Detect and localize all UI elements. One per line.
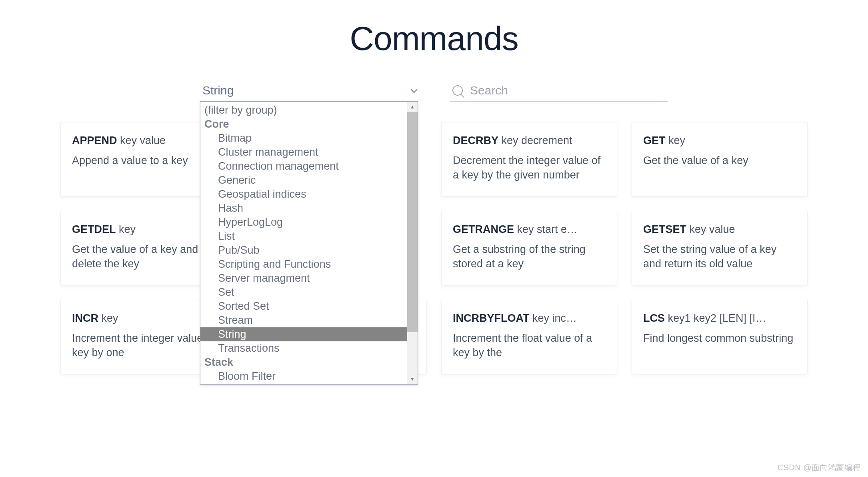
filter-option[interactable]: Bloom Filter [200, 369, 407, 383]
scroll-track[interactable] [407, 332, 418, 374]
filter-option[interactable]: Sorted Set [200, 299, 407, 313]
command-card[interactable]: DECRBY key decrementDecrement the intege… [441, 122, 617, 196]
filter-option[interactable]: String [200, 327, 407, 341]
command-name: DECRBY [453, 134, 498, 146]
filter-option[interactable]: Pub/Sub [200, 243, 407, 257]
command-title: GETSET key value [643, 223, 796, 236]
scroll-down-icon[interactable]: ▼ [407, 374, 418, 384]
command-card[interactable]: INCRBYFLOAT key inc…Increment the float … [441, 300, 617, 374]
command-card[interactable]: GET keyGet the value of a key [632, 122, 808, 196]
command-card[interactable]: GETRANGE key start e…Get a substring of … [441, 211, 617, 285]
command-title: DECRBY key decrement [453, 134, 606, 147]
command-name: INCRBYFLOAT [453, 312, 529, 324]
filter-option[interactable]: Generic [200, 173, 407, 187]
command-description: Increment the float value of a key by th… [453, 331, 606, 360]
filter-option[interactable]: Transactions [200, 341, 407, 355]
filter-option[interactable]: Stream [200, 313, 407, 327]
chevron-down-icon [411, 86, 418, 93]
group-filter[interactable]: String (filter by group)CoreBitmapCluste… [200, 82, 418, 102]
filter-option[interactable]: Bitmap [200, 131, 407, 145]
filter-option[interactable]: List [200, 229, 407, 243]
filter-option[interactable]: Geospatial indices [200, 187, 407, 201]
search-input[interactable] [470, 84, 666, 97]
watermark: CSDN @面向鸿蒙编程 [777, 462, 861, 473]
group-filter-value: String [202, 84, 234, 97]
filter-option[interactable]: HyperLogLog [200, 215, 407, 229]
filter-option[interactable]: Scripting and Functions [200, 257, 407, 271]
dropdown-scrollbar[interactable]: ▲ ▼ [407, 102, 418, 384]
command-title: GETRANGE key start e… [453, 223, 606, 236]
filter-option[interactable]: Connection management [200, 159, 407, 173]
command-name: LCS [643, 312, 665, 324]
page-title: Commands [0, 19, 868, 58]
command-name: GETRANGE [453, 223, 514, 235]
command-name: GETSET [643, 223, 686, 235]
filter-group-label: Core [200, 117, 407, 131]
command-name: GET [643, 134, 666, 146]
command-name: GETDEL [72, 223, 116, 235]
controls-row: String (filter by group)CoreBitmapCluste… [0, 82, 868, 102]
filter-option[interactable]: Set [200, 285, 407, 299]
command-description: Decrement the integer value of a key by … [453, 153, 606, 182]
command-description: Set the string value of a key and return… [643, 242, 796, 271]
command-description: Get the value of a key [643, 153, 796, 168]
command-name: INCR [72, 312, 98, 324]
group-filter-display[interactable]: String [200, 82, 418, 102]
filter-hint: (filter by group) [200, 102, 407, 117]
group-filter-dropdown: (filter by group)CoreBitmapCluster manag… [200, 101, 418, 385]
command-title: INCRBYFLOAT key inc… [453, 312, 606, 325]
filter-group-label: Stack [200, 355, 407, 369]
search-icon [452, 85, 463, 96]
filter-option[interactable]: Server managment [200, 271, 407, 285]
command-name: APPEND [72, 134, 117, 146]
search-field[interactable] [450, 82, 668, 102]
command-card[interactable]: LCS key1 key2 [LEN] [I…Find longest comm… [632, 300, 808, 374]
command-description: Find longest common substring [643, 331, 796, 345]
scroll-thumb[interactable] [407, 112, 418, 332]
command-title: GET key [643, 134, 796, 147]
commands-grid: APPEND key valueAppend a value to a keyD… [0, 122, 868, 374]
command-title: LCS key1 key2 [LEN] [I… [643, 312, 796, 325]
command-card[interactable]: GETSET key valueSet the string value of … [632, 211, 808, 285]
filter-option[interactable]: Cluster management [200, 145, 407, 159]
command-description: Get a substring of the string stored at … [453, 242, 606, 271]
filter-option[interactable]: Hash [200, 201, 407, 215]
scroll-up-icon[interactable]: ▲ [407, 102, 418, 112]
